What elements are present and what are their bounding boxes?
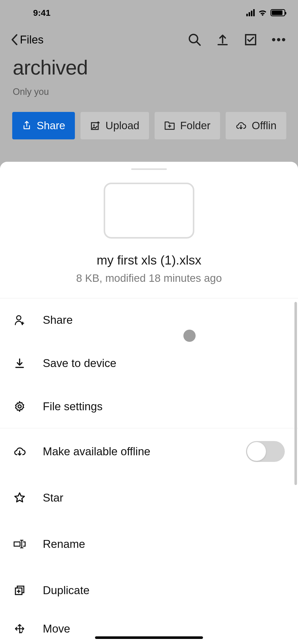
menu-label: Make available offline <box>43 445 229 458</box>
file-name: my first xls (1).xlsx <box>0 253 298 268</box>
menu-label: Duplicate <box>43 584 285 597</box>
rename-icon <box>13 539 26 549</box>
cloud-download-icon <box>13 446 26 457</box>
status-time: 9:41 <box>33 8 50 18</box>
svg-point-2 <box>272 38 275 41</box>
back-button[interactable]: Files <box>11 33 44 46</box>
share-icon <box>22 121 32 131</box>
home-indicator[interactable] <box>95 636 203 639</box>
chip-label: Upload <box>105 120 139 132</box>
menu-star[interactable]: Star <box>0 475 298 521</box>
offline-toggle[interactable] <box>246 441 285 462</box>
menu-rename[interactable]: Rename <box>0 521 298 567</box>
menu-file-settings[interactable]: File settings <box>0 385 298 428</box>
svg-point-8 <box>18 405 21 408</box>
upload-chip[interactable]: Upload <box>80 112 149 139</box>
sheet-grabber[interactable] <box>131 168 167 170</box>
menu-label: File settings <box>43 400 285 413</box>
cursor-dot <box>183 330 196 342</box>
offline-chip[interactable]: Offlin <box>226 112 286 139</box>
menu-label: Star <box>43 491 285 504</box>
share-chip[interactable]: Share <box>12 112 75 139</box>
image-upload-icon <box>90 121 100 131</box>
checkbox-icon[interactable] <box>244 33 257 46</box>
scroll-indicator <box>294 302 297 485</box>
file-meta: 8 KB, modified 18 minutes ago <box>0 272 298 284</box>
more-icon[interactable] <box>272 38 285 41</box>
menu-label: Share <box>43 314 285 326</box>
chip-label: Share <box>37 120 65 132</box>
folder-chip[interactable]: Folder <box>155 112 220 139</box>
star-icon <box>13 492 26 504</box>
menu-duplicate[interactable]: Duplicate <box>0 567 298 613</box>
menu-label: Save to device <box>43 357 285 370</box>
upload-icon[interactable] <box>216 33 229 46</box>
menu-label: Rename <box>43 538 285 550</box>
duplicate-icon <box>13 585 26 596</box>
svg-point-7 <box>17 316 21 320</box>
chip-label: Folder <box>180 120 210 132</box>
menu-move[interactable]: Move <box>0 613 298 644</box>
cellular-icon <box>246 9 255 16</box>
gear-icon <box>13 401 26 412</box>
svg-point-4 <box>282 38 285 41</box>
file-preview <box>104 183 194 239</box>
svg-point-3 <box>277 38 280 41</box>
nav-bar: Files <box>0 25 298 51</box>
page-subtitle: Only you <box>13 86 285 97</box>
page-title: archived <box>13 56 285 79</box>
svg-rect-9 <box>14 542 20 546</box>
battery-icon <box>270 9 285 16</box>
search-icon[interactable] <box>188 33 201 46</box>
action-bar: Share Upload Folder Offlin <box>0 100 298 139</box>
menu-label: Move <box>43 622 285 635</box>
chevron-left-icon <box>11 34 18 45</box>
person-add-icon <box>13 314 26 326</box>
folder-plus-icon <box>164 121 175 130</box>
back-label: Files <box>20 33 44 46</box>
svg-point-6 <box>93 124 95 126</box>
menu-share[interactable]: Share <box>0 298 298 342</box>
chip-label: Offlin <box>252 120 276 132</box>
status-bar: 9:41 <box>0 0 298 25</box>
menu-offline[interactable]: Make available offline <box>0 428 298 475</box>
file-actions-sheet: my first xls (1).xlsx 8 KB, modified 18 … <box>0 162 298 644</box>
move-icon <box>13 623 26 634</box>
status-indicators <box>246 9 285 16</box>
menu-save-to-device[interactable]: Save to device <box>0 342 298 385</box>
wifi-icon <box>258 9 267 16</box>
cloud-download-icon <box>235 121 247 130</box>
download-icon <box>13 358 26 369</box>
